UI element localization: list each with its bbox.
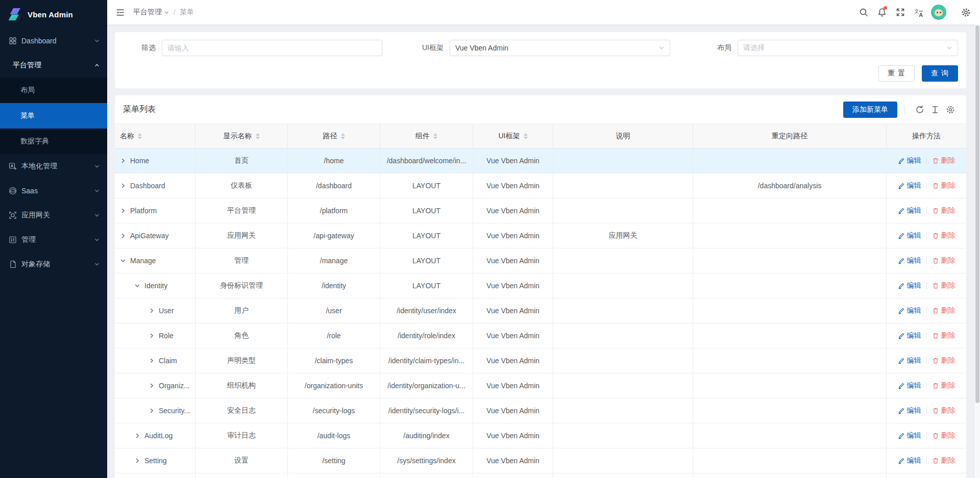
expand-chevron-icon[interactable] [134,458,140,464]
translate-icon[interactable]: 文 A [910,3,928,21]
edit-button[interactable]: 编辑 [898,231,921,240]
edit-button[interactable]: 编辑 [898,156,921,165]
cell-name: Platform [115,198,195,223]
column-header-component[interactable]: 组件 [380,124,473,148]
sidebar-item-layout[interactable]: 布局 [0,78,107,103]
column-header-ui-framework[interactable]: UI框架 [473,124,553,148]
cell-component: /identity/security-logs/i... [380,398,473,423]
cell-component: /identity/user/index [380,298,473,323]
expand-chevron-icon[interactable] [120,258,126,264]
notification-bell-icon[interactable] [873,3,891,21]
sidebar-item-localization-management[interactable]: 本地化管理 [0,154,107,179]
table-row[interactable]: AuditLog审计日志/audit-logs/auditing/indexVu… [115,423,966,448]
add-menu-button[interactable]: 添加新菜单 [843,102,897,118]
sidebar-item-data-dictionary[interactable]: 数据字典 [0,129,107,154]
delete-button[interactable]: 删除 [932,331,955,340]
table-row[interactable]: Setting设置/setting/sys/settings/indexVue … [115,448,966,473]
expand-chevron-icon[interactable] [149,383,155,389]
delete-button[interactable]: 删除 [932,181,955,190]
table-row[interactable]: Dashboard仪表板/dashboardLAYOUTVue Vben Adm… [115,173,966,198]
ui-framework-select[interactable]: Vue Vben Admin [450,40,670,56]
sidebar-item-platform-management[interactable]: 平台管理 [0,53,107,78]
cell-name: AuditLog [115,423,195,448]
table-row[interactable]: Home首页/home/dashboard/welcome/in...Vue V… [115,148,966,173]
edit-button[interactable]: 编辑 [898,281,921,290]
delete-button[interactable]: 删除 [932,206,955,215]
column-header-display-name[interactable]: 显示名称 [195,124,288,148]
cell-path: /user [288,298,380,323]
fullscreen-icon[interactable] [891,3,910,21]
delete-button[interactable]: 删除 [932,281,955,290]
delete-button[interactable]: 删除 [932,156,955,165]
expand-chevron-icon[interactable] [149,333,155,339]
sort-icon[interactable] [341,133,345,139]
filter-input[interactable] [162,40,382,56]
breadcrumb-platform[interactable]: 平台管理 [133,8,169,17]
delete-button[interactable]: 删除 [932,456,955,465]
delete-button[interactable]: 删除 [932,256,955,265]
expand-chevron-icon[interactable] [134,433,140,439]
edit-button[interactable]: 编辑 [898,456,921,465]
collapse-sidebar-icon[interactable] [115,8,125,17]
cell-ui-framework: Vue Vben Admin [473,273,553,298]
reset-button[interactable]: 重 置 [878,65,915,82]
sidebar-item-object-storage[interactable]: 对象存储 [0,252,107,276]
expand-chevron-icon[interactable] [149,408,155,414]
search-button[interactable]: 查 询 [922,65,958,82]
sidebar-item-dashboard[interactable]: Dashboard [0,29,107,53]
table-row[interactable]: ApiGateway应用网关/api-gatewayLAYOUTVue Vben… [115,223,966,248]
expand-chevron-icon[interactable] [120,158,126,164]
delete-button[interactable]: 删除 [932,406,955,415]
scrollbar-thumb[interactable] [975,26,979,403]
delete-button[interactable]: 删除 [932,356,955,365]
app-logo[interactable]: Vben Admin [0,0,107,29]
delete-button[interactable]: 删除 [932,306,955,315]
expand-chevron-icon[interactable] [120,183,126,189]
expand-chevron-icon[interactable] [149,308,155,314]
expand-chevron-icon[interactable] [120,233,126,239]
search-icon[interactable] [854,3,873,21]
cell-name: Organiz... [115,373,195,398]
sidebar-item-app-gateway[interactable]: 应用网关 [0,203,107,228]
breadcrumb-separator: / [174,8,176,16]
table-row[interactable]: Claim声明类型/claim-types/identity/claim-typ… [115,348,966,373]
sort-icon[interactable] [433,133,437,139]
edit-button[interactable]: 编辑 [898,356,921,365]
expand-chevron-icon[interactable] [134,283,140,289]
table-row[interactable]: Security...安全日志/security-logs/identity/s… [115,398,966,423]
edit-button[interactable]: 编辑 [898,431,921,440]
edit-button[interactable]: 编辑 [898,406,921,415]
column-settings-gear-icon[interactable] [943,102,958,117]
delete-button[interactable]: 删除 [932,381,955,390]
edit-button[interactable]: 编辑 [898,381,921,390]
edit-button[interactable]: 编辑 [898,331,921,340]
sidebar-item-saas[interactable]: Saas [0,179,107,203]
table-row[interactable]: Platform平台管理/platformLAYOUTVue Vben Admi… [115,198,966,223]
edit-button[interactable]: 编辑 [898,306,921,315]
delete-button[interactable]: 删除 [932,431,955,440]
table-row[interactable]: User用户/user/identity/user/indexVue Vben … [115,298,966,323]
table-row[interactable]: Organiz...组织机构/organization-units/identi… [115,373,966,398]
sidebar-item-management[interactable]: 管理 [0,228,107,252]
column-header-name[interactable]: 名称 [115,124,195,148]
row-height-icon[interactable] [927,102,943,117]
refresh-icon[interactable] [912,102,927,117]
expand-chevron-icon[interactable] [120,208,126,214]
table-row[interactable]: Manage管理/manageLAYOUTVue Vben Admin编辑删除 [115,248,966,273]
user-avatar[interactable] [931,5,946,20]
layout-select[interactable]: 请选择 [738,40,958,56]
sort-icon[interactable] [524,133,528,139]
edit-button[interactable]: 编辑 [898,206,921,215]
edit-button[interactable]: 编辑 [898,181,921,190]
table-row[interactable]: Role角色/role/identity/role/indexVue Vben … [115,323,966,348]
edit-button[interactable]: 编辑 [898,256,921,265]
expand-chevron-icon[interactable] [149,358,155,364]
settings-gear-icon[interactable] [957,3,975,21]
sidebar-item-menu[interactable]: 菜单 [0,103,107,129]
table-row[interactable]: Identity身份标识管理/identityLAYOUTVue Vben Ad… [115,273,966,298]
column-header-path[interactable]: 路径 [288,124,380,148]
sort-icon[interactable] [138,133,142,139]
table-body: Home首页/home/dashboard/welcome/in...Vue V… [115,148,966,478]
delete-button[interactable]: 删除 [932,231,955,240]
sort-icon[interactable] [256,133,260,139]
